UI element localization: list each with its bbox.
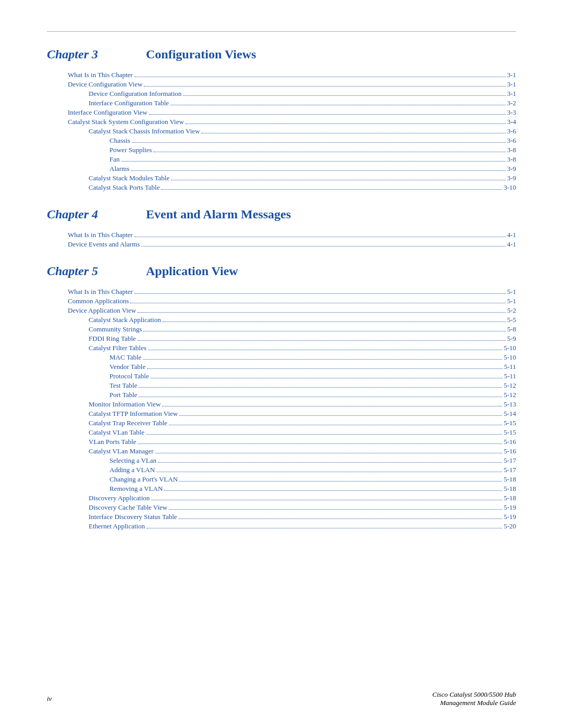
toc-entry[interactable]: Discovery Application5-18 — [47, 494, 516, 502]
toc-entry-text: Catalyst Filter Tables — [89, 344, 146, 352]
toc-entry[interactable]: Discovery Cache Table View5-19 — [47, 503, 516, 512]
toc-entry-page: 5-8 — [507, 325, 516, 334]
toc-entry-page: 5-19 — [504, 503, 516, 512]
toc-entry[interactable]: Test Table5-12 — [47, 381, 516, 390]
toc-entry-text: Device Application View — [68, 306, 136, 315]
toc-entry-dots — [179, 415, 502, 416]
toc-entry[interactable]: Monitor Information View5-13 — [47, 400, 516, 409]
toc-entry[interactable]: MAC Table5-10 — [47, 353, 516, 362]
toc-entry[interactable]: Catalyst Stack Chassis Information View3… — [47, 127, 516, 135]
toc-entry[interactable]: Protocol Table5-11 — [47, 372, 516, 380]
toc-entry-text: Catalyst Stack Ports Table — [89, 183, 160, 192]
toc-entry[interactable]: Interface Configuration Table3-2 — [47, 99, 516, 107]
toc-entry-page: 5-2 — [507, 306, 516, 315]
toc-section-ch4: What Is in This Chapter4-1Device Events … — [47, 231, 516, 249]
toc-entry-page: 4-1 — [507, 231, 516, 239]
toc-entry[interactable]: Catalyst Stack Modules Table3-9 — [47, 174, 516, 182]
toc-entry-text: Vendor Table — [109, 363, 145, 371]
toc-entry[interactable]: Interface Discovery Status Table5-19 — [47, 513, 516, 521]
footer: iv Cisco Catalyst 5000/5500 Hub Manageme… — [47, 690, 516, 707]
toc-entry[interactable]: Catalyst TFTP Information View5-14 — [47, 410, 516, 418]
toc-entry-text: Fan — [109, 155, 120, 164]
toc-entry-dots — [146, 434, 502, 435]
toc-entry[interactable]: Catalyst Filter Tables5-10 — [47, 344, 516, 352]
toc-entry-text: Catalyst VLan Table — [89, 428, 144, 437]
toc-entry[interactable]: Removing a VLAN5-18 — [47, 485, 516, 493]
chapter-title-ch4: Event and Alarm Messages — [146, 207, 291, 221]
toc-entry-page: 5-10 — [504, 344, 516, 352]
toc-entry-text: Device Events and Alarms — [68, 240, 140, 249]
toc-entry-text: Selecting a VLan — [109, 456, 156, 465]
toc-entry[interactable]: VLan Ports Table5-16 — [47, 438, 516, 446]
toc-entry-dots — [151, 500, 502, 500]
toc-entry[interactable]: What Is in This Chapter3-1 — [47, 71, 516, 79]
toc-entry-page: 3-1 — [507, 90, 516, 98]
chapter-heading-ch5: Chapter 5Application View — [47, 264, 516, 278]
toc-entry[interactable]: Chassis3-6 — [47, 137, 516, 145]
toc-entry-dots — [169, 425, 502, 425]
toc-entry-page: 3-6 — [507, 127, 516, 135]
toc-entry-page: 3-1 — [507, 71, 516, 79]
toc-entry-text: Interface Configuration Table — [89, 99, 169, 107]
toc-entry[interactable]: Catalyst Stack Ports Table3-10 — [47, 183, 516, 192]
toc-entry[interactable]: Interface Configuration View3-3 — [47, 108, 516, 117]
toc-entry-dots — [138, 312, 506, 313]
toc-entry[interactable]: Port Table5-12 — [47, 391, 516, 399]
footer-title-line2: Management Module Guide — [432, 699, 516, 707]
toc-entry-text: Chassis — [109, 137, 130, 145]
toc-entry-text: VLan Ports Table — [89, 438, 136, 446]
toc-entry-text: Community Strings — [89, 325, 142, 334]
toc-entry-text: Interface Configuration View — [68, 108, 148, 117]
toc-entry-dots — [161, 189, 502, 190]
toc-entry[interactable]: Catalyst Stack Application5-5 — [47, 316, 516, 324]
toc-entry-text: Catalyst Stack Modules Table — [89, 174, 169, 182]
toc-entry-page: 5-10 — [504, 353, 516, 362]
toc-entry-page: 5-14 — [504, 410, 516, 418]
toc-entry-dots — [134, 237, 506, 237]
toc-entry[interactable]: Device Configuration Information3-1 — [47, 90, 516, 98]
toc-entry[interactable]: Alarms3-9 — [47, 165, 516, 173]
toc-entry-dots — [139, 397, 502, 397]
toc-entry[interactable]: Catalyst Stack System Configuration View… — [47, 118, 516, 126]
toc-entry-page: 5-15 — [504, 419, 516, 427]
toc-entry-text: Catalyst Stack Chassis Information View — [89, 127, 200, 135]
toc-entry[interactable]: Fan3-8 — [47, 155, 516, 164]
toc-entry-dots — [143, 331, 505, 331]
toc-entry[interactable]: Device Events and Alarms4-1 — [47, 240, 516, 249]
toc-entry-page: 5-19 — [504, 513, 516, 521]
toc-entry-dots — [138, 443, 502, 444]
toc-entry-dots — [162, 406, 502, 406]
toc-entry-text: What Is in This Chapter — [68, 231, 133, 239]
toc-entry[interactable]: Device Configuration View3-1 — [47, 80, 516, 89]
toc-entry[interactable]: Changing a Port's VLAN5-18 — [47, 475, 516, 484]
toc-entry[interactable]: What Is in This Chapter5-1 — [47, 288, 516, 296]
toc-entry[interactable]: Selecting a VLan5-17 — [47, 456, 516, 465]
toc-entry[interactable]: Ethernet Application5-20 — [47, 522, 516, 530]
toc-entry-dots — [179, 519, 503, 519]
toc-entry[interactable]: Catalyst VLan Manager5-16 — [47, 447, 516, 455]
toc-entry-dots — [155, 453, 502, 453]
toc-entry[interactable]: What Is in This Chapter4-1 — [47, 231, 516, 239]
toc-entry[interactable]: Device Application View5-2 — [47, 306, 516, 315]
toc-entry[interactable]: Catalyst Trap Receiver Table5-15 — [47, 419, 516, 427]
toc-entry-dots — [163, 322, 506, 322]
toc-entry-text: What Is in This Chapter — [68, 71, 133, 79]
toc-entry[interactable]: FDDI Ring Table5-9 — [47, 335, 516, 343]
toc-entry-text: Removing a VLAN — [109, 485, 163, 493]
toc-entry[interactable]: Catalyst VLan Table5-15 — [47, 428, 516, 437]
toc-entry[interactable]: Vendor Table5-11 — [47, 363, 516, 371]
toc-entry[interactable]: Adding a VLAN5-17 — [47, 466, 516, 474]
toc-entry-page: 5-5 — [507, 316, 516, 324]
toc-entry-dots — [148, 350, 502, 350]
toc-entry-page: 5-17 — [504, 456, 516, 465]
page: Chapter 3Configuration ViewsWhat Is in T… — [0, 0, 563, 728]
toc-entry[interactable]: Power Supplies3-8 — [47, 146, 516, 154]
toc-entry-page: 5-1 — [507, 297, 516, 305]
toc-entry-page: 5-18 — [504, 485, 516, 493]
chapter-section-ch4: Chapter 4Event and Alarm MessagesWhat Is… — [47, 207, 516, 249]
toc-entry[interactable]: Community Strings5-8 — [47, 325, 516, 334]
chapter-heading-ch3: Chapter 3Configuration Views — [47, 47, 516, 61]
toc-entry[interactable]: Common Applications5-1 — [47, 297, 516, 305]
toc-entry-text: Test Table — [109, 381, 137, 390]
toc-entry-page: 3-4 — [507, 118, 516, 126]
